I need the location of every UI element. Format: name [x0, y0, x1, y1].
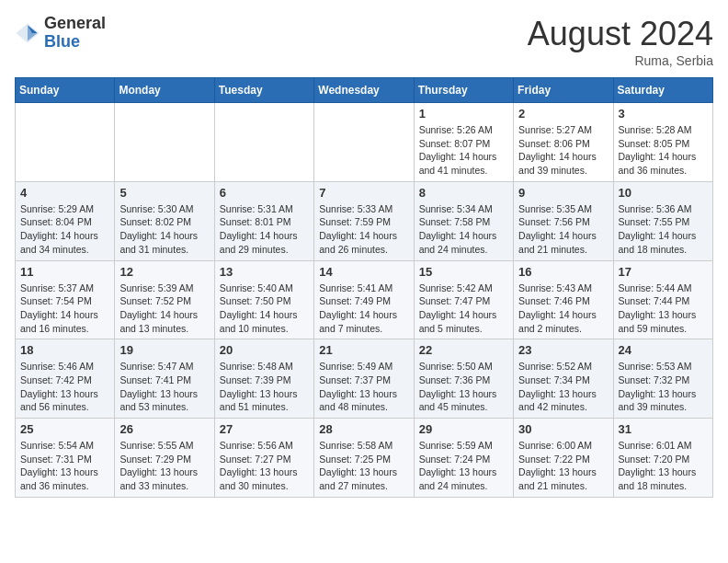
day-number: 31: [619, 422, 708, 436]
day-info: Sunrise: 5:33 AM Sunset: 7:59 PM Dayligh…: [319, 202, 408, 257]
day-info: Sunrise: 5:52 AM Sunset: 7:34 PM Dayligh…: [518, 360, 608, 414]
day-number: 24: [619, 343, 708, 357]
day-info: Sunrise: 5:27 AM Sunset: 8:06 PM Dayligh…: [518, 123, 608, 178]
day-header-tuesday: Tuesday: [214, 78, 313, 103]
calendar-cell: [16, 103, 115, 182]
day-info: Sunrise: 5:56 AM Sunset: 7:27 PM Dayligh…: [220, 439, 309, 493]
day-info: Sunrise: 5:59 AM Sunset: 7:24 PM Dayligh…: [419, 439, 508, 493]
day-number: 30: [518, 422, 608, 436]
day-info: Sunrise: 5:48 AM Sunset: 7:39 PM Dayligh…: [220, 360, 309, 414]
calendar-table: SundayMondayTuesdayWednesdayThursdayFrid…: [15, 77, 713, 498]
day-number: 5: [119, 186, 209, 200]
day-number: 17: [619, 265, 708, 279]
calendar-week-5: 25Sunrise: 5:54 AM Sunset: 7:31 PM Dayli…: [16, 419, 713, 498]
day-info: Sunrise: 6:00 AM Sunset: 7:22 PM Dayligh…: [518, 439, 608, 493]
calendar-cell: 4Sunrise: 5:29 AM Sunset: 8:04 PM Daylig…: [16, 181, 115, 260]
day-header-wednesday: Wednesday: [314, 78, 414, 103]
day-number: 23: [518, 343, 608, 357]
day-number: 8: [419, 186, 508, 200]
day-number: 27: [220, 422, 309, 436]
logo-icon: [15, 20, 40, 46]
calendar-week-3: 11Sunrise: 5:37 AM Sunset: 7:54 PM Dayli…: [16, 260, 713, 339]
day-info: Sunrise: 5:46 AM Sunset: 7:42 PM Dayligh…: [20, 360, 109, 414]
location: Ruma, Serbia: [528, 53, 713, 68]
day-number: 25: [20, 422, 109, 436]
logo: General Blue: [15, 15, 106, 52]
day-number: 10: [619, 186, 708, 200]
day-header-monday: Monday: [115, 78, 214, 103]
calendar-cell: 28Sunrise: 5:58 AM Sunset: 7:25 PM Dayli…: [314, 419, 414, 498]
calendar-cell: 12Sunrise: 5:39 AM Sunset: 7:52 PM Dayli…: [115, 260, 214, 339]
day-info: Sunrise: 6:01 AM Sunset: 7:20 PM Dayligh…: [619, 439, 708, 493]
day-info: Sunrise: 5:42 AM Sunset: 7:47 PM Dayligh…: [419, 282, 508, 336]
calendar-cell: 15Sunrise: 5:42 AM Sunset: 7:47 PM Dayli…: [414, 260, 513, 339]
calendar-week-4: 18Sunrise: 5:46 AM Sunset: 7:42 PM Dayli…: [16, 339, 713, 419]
calendar-cell: 8Sunrise: 5:34 AM Sunset: 7:58 PM Daylig…: [414, 181, 513, 260]
title-area: August 2024 Ruma, Serbia: [528, 15, 713, 68]
day-info: Sunrise: 5:31 AM Sunset: 8:01 PM Dayligh…: [220, 202, 309, 257]
day-info: Sunrise: 5:34 AM Sunset: 7:58 PM Dayligh…: [419, 202, 508, 257]
calendar-cell: 27Sunrise: 5:56 AM Sunset: 7:27 PM Dayli…: [214, 419, 313, 498]
day-info: Sunrise: 5:35 AM Sunset: 7:56 PM Dayligh…: [518, 202, 608, 257]
day-header-sunday: Sunday: [16, 78, 115, 103]
logo-blue-text: Blue: [44, 33, 106, 52]
day-header-saturday: Saturday: [613, 78, 712, 103]
day-info: Sunrise: 5:43 AM Sunset: 7:46 PM Dayligh…: [518, 282, 608, 336]
page-header: General Blue August 2024 Ruma, Serbia: [15, 15, 713, 68]
calendar-cell: 21Sunrise: 5:49 AM Sunset: 7:37 PM Dayli…: [314, 339, 414, 419]
day-info: Sunrise: 5:58 AM Sunset: 7:25 PM Dayligh…: [319, 439, 408, 493]
day-number: 12: [119, 265, 209, 279]
day-info: Sunrise: 5:41 AM Sunset: 7:49 PM Dayligh…: [319, 282, 408, 336]
calendar-cell: 17Sunrise: 5:44 AM Sunset: 7:44 PM Dayli…: [613, 260, 712, 339]
calendar-cell: 5Sunrise: 5:30 AM Sunset: 8:02 PM Daylig…: [115, 181, 214, 260]
day-info: Sunrise: 5:28 AM Sunset: 8:05 PM Dayligh…: [619, 123, 708, 178]
month-title: August 2024: [528, 15, 713, 53]
calendar-cell: 7Sunrise: 5:33 AM Sunset: 7:59 PM Daylig…: [314, 181, 414, 260]
calendar-cell: 16Sunrise: 5:43 AM Sunset: 7:46 PM Dayli…: [514, 260, 613, 339]
calendar-header-row: SundayMondayTuesdayWednesdayThursdayFrid…: [16, 78, 713, 103]
calendar-cell: 29Sunrise: 5:59 AM Sunset: 7:24 PM Dayli…: [414, 419, 513, 498]
calendar-cell: 20Sunrise: 5:48 AM Sunset: 7:39 PM Dayli…: [214, 339, 313, 419]
day-number: 16: [518, 265, 608, 279]
calendar-cell: [214, 103, 313, 182]
logo-general-text: General: [44, 15, 106, 33]
day-number: 9: [518, 186, 608, 200]
calendar-cell: 23Sunrise: 5:52 AM Sunset: 7:34 PM Dayli…: [514, 339, 613, 419]
day-header-friday: Friday: [514, 78, 613, 103]
day-info: Sunrise: 5:49 AM Sunset: 7:37 PM Dayligh…: [319, 360, 408, 414]
calendar-cell: [115, 103, 214, 182]
day-info: Sunrise: 5:53 AM Sunset: 7:32 PM Dayligh…: [619, 360, 708, 414]
calendar-cell: 10Sunrise: 5:36 AM Sunset: 7:55 PM Dayli…: [613, 181, 712, 260]
calendar-cell: 22Sunrise: 5:50 AM Sunset: 7:36 PM Dayli…: [414, 339, 513, 419]
day-info: Sunrise: 5:26 AM Sunset: 8:07 PM Dayligh…: [419, 123, 508, 178]
calendar-cell: 18Sunrise: 5:46 AM Sunset: 7:42 PM Dayli…: [16, 339, 115, 419]
calendar-cell: 25Sunrise: 5:54 AM Sunset: 7:31 PM Dayli…: [16, 419, 115, 498]
day-info: Sunrise: 5:54 AM Sunset: 7:31 PM Dayligh…: [20, 439, 109, 493]
day-number: 1: [419, 107, 508, 121]
calendar-cell: 26Sunrise: 5:55 AM Sunset: 7:29 PM Dayli…: [115, 419, 214, 498]
day-info: Sunrise: 5:39 AM Sunset: 7:52 PM Dayligh…: [119, 282, 209, 336]
day-info: Sunrise: 5:29 AM Sunset: 8:04 PM Dayligh…: [20, 202, 109, 257]
day-number: 22: [419, 343, 508, 357]
calendar-cell: 11Sunrise: 5:37 AM Sunset: 7:54 PM Dayli…: [16, 260, 115, 339]
day-number: 6: [220, 186, 309, 200]
calendar-cell: 13Sunrise: 5:40 AM Sunset: 7:50 PM Dayli…: [214, 260, 313, 339]
day-number: 18: [20, 343, 109, 357]
calendar-cell: 30Sunrise: 6:00 AM Sunset: 7:22 PM Dayli…: [514, 419, 613, 498]
logo-text: General Blue: [44, 15, 106, 52]
day-number: 13: [220, 265, 309, 279]
calendar-cell: 19Sunrise: 5:47 AM Sunset: 7:41 PM Dayli…: [115, 339, 214, 419]
day-info: Sunrise: 5:55 AM Sunset: 7:29 PM Dayligh…: [119, 439, 209, 493]
day-number: 15: [419, 265, 508, 279]
calendar-cell: 3Sunrise: 5:28 AM Sunset: 8:05 PM Daylig…: [613, 103, 712, 182]
day-number: 3: [619, 107, 708, 121]
calendar-cell: 6Sunrise: 5:31 AM Sunset: 8:01 PM Daylig…: [214, 181, 313, 260]
day-number: 11: [20, 265, 109, 279]
day-number: 2: [518, 107, 608, 121]
day-header-thursday: Thursday: [414, 78, 513, 103]
day-number: 21: [319, 343, 408, 357]
day-number: 28: [319, 422, 408, 436]
day-number: 7: [319, 186, 408, 200]
calendar-week-2: 4Sunrise: 5:29 AM Sunset: 8:04 PM Daylig…: [16, 181, 713, 260]
calendar-cell: 14Sunrise: 5:41 AM Sunset: 7:49 PM Dayli…: [314, 260, 414, 339]
